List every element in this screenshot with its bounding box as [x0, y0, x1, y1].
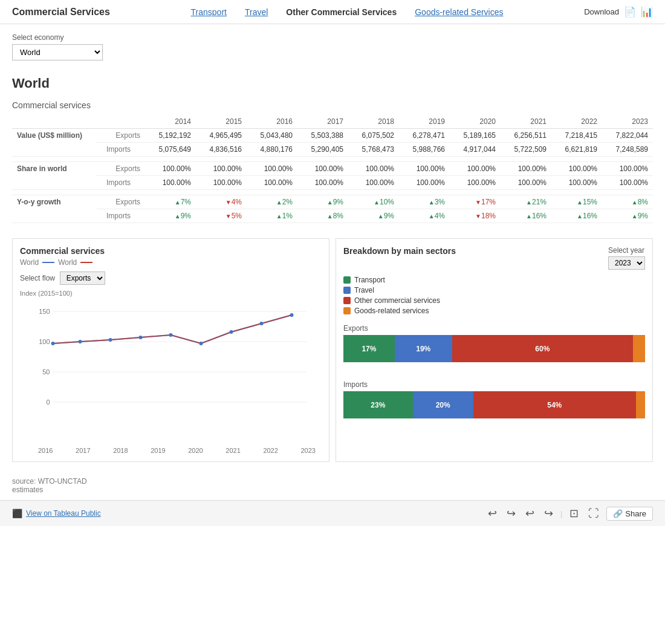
view-mode-button[interactable]: ⊡: [567, 506, 581, 521]
nav-other-commercial[interactable]: Other Commercial Services: [286, 7, 397, 17]
x-label-2021: 2021: [225, 447, 240, 454]
imports-seg-transport: 23%: [343, 391, 413, 418]
redo-button[interactable]: ↪: [504, 506, 518, 521]
col-2014: 2014: [145, 115, 196, 129]
fullscreen-button[interactable]: ⛶: [586, 506, 602, 521]
cell-1-0-8: 100.00%: [551, 162, 602, 176]
cell-2-0-3: 9%: [297, 195, 348, 209]
col-2020: 2020: [450, 115, 501, 129]
growth-indicator-2-0-5: 3%: [429, 198, 445, 206]
col-2019: 2019: [399, 115, 450, 129]
economy-select[interactable]: World: [12, 44, 103, 60]
share-label: Share: [625, 509, 646, 518]
line-chart-title: Commercial services: [20, 246, 322, 256]
growth-indicator-2-0-4: 10%: [374, 198, 394, 206]
growth-indicator-2-1-8: 16%: [577, 212, 597, 220]
cell-0-0-2: 5,043,480: [247, 129, 297, 143]
download-xls-icon[interactable]: 📊: [641, 6, 653, 18]
world-heading: World: [0, 63, 665, 94]
growth-indicator-2-1-7: 16%: [526, 212, 547, 220]
forward-button[interactable]: ↪: [542, 506, 556, 521]
cell-1-1-4: 100.00%: [348, 176, 399, 190]
exports-bar-label: Exports: [343, 324, 645, 333]
table-section: Commercial services 2014 2015 2016 2017 …: [0, 94, 665, 229]
tableau-view-label[interactable]: View on Tableau Public: [26, 509, 101, 518]
row-label-1-1: Imports: [97, 176, 145, 190]
cell-1-0-0: 100.00%: [145, 162, 196, 176]
cell-1-0-7: 100.00%: [501, 162, 551, 176]
cell-0-1-2: 4,880,176: [247, 143, 297, 157]
col-2017: 2017: [297, 115, 348, 129]
imports-bar-label: Imports: [343, 380, 645, 389]
x-label-2017: 2017: [76, 447, 90, 454]
cell-2-0-5: 3%: [399, 195, 450, 209]
nav-travel[interactable]: Travel: [245, 7, 268, 17]
x-label-2022: 2022: [263, 447, 277, 454]
svg-point-9: [79, 340, 82, 343]
x-label-2023: 2023: [300, 447, 315, 454]
download-csv-icon[interactable]: 📄: [624, 6, 636, 18]
cell-1-1-1: 100.00%: [196, 176, 247, 190]
legend-goods: Goods-related services: [343, 307, 645, 315]
undo-button[interactable]: ↩: [485, 506, 499, 521]
legend-dot-other: [343, 297, 351, 304]
cell-1-1-3: 100.00%: [297, 176, 348, 190]
commercial-services-table: 2014 2015 2016 2017 2018 2019 2020 2021 …: [12, 115, 653, 223]
share-button[interactable]: 🔗 Share: [606, 507, 653, 521]
cell-1-0-5: 100.00%: [399, 162, 450, 176]
cell-2-0-0: 7%: [145, 195, 196, 209]
growth-indicator-2-1-3: 8%: [327, 212, 343, 220]
cell-2-0-2: 2%: [247, 195, 297, 209]
cell-2-1-5: 4%: [399, 209, 450, 223]
svg-text:150: 150: [39, 308, 50, 315]
legend-dot-transport: [343, 276, 351, 284]
legend-label-other: Other commercial services: [354, 296, 440, 305]
col-2022: 2022: [551, 115, 602, 129]
x-axis-labels: 2016 2017 2018 2019 2020 2021 2022 2023: [20, 444, 316, 454]
cell-0-0-5: 6,278,471: [399, 129, 450, 143]
exports-seg-goods: [633, 335, 645, 362]
row-label-2-0: Exports: [97, 195, 145, 209]
imports-stacked-bar: 23% 20% 54%: [343, 391, 645, 418]
cell-1-0-2: 100.00%: [247, 162, 297, 176]
cell-1-0-6: 100.00%: [450, 162, 501, 176]
exports-stacked-bar: 17% 19% 60%: [343, 335, 645, 362]
breakdown-title: Breakdown by main sectors: [343, 246, 456, 256]
svg-text:50: 50: [42, 368, 50, 376]
cell-0-1-6: 4,917,044: [450, 143, 501, 157]
cell-2-1-9: 9%: [602, 209, 653, 223]
nav-goods[interactable]: Goods-related Services: [415, 7, 503, 17]
tableau-left: ⬛ View on Tableau Public: [12, 509, 101, 518]
exports-seg-other: 60%: [452, 335, 633, 362]
col-2021: 2021: [501, 115, 551, 129]
cell-0-1-5: 5,988,766: [399, 143, 450, 157]
back-button[interactable]: ↩: [523, 506, 537, 521]
cell-0-0-6: 5,189,165: [450, 129, 501, 143]
row-label-0-1: Imports: [97, 143, 145, 157]
year-select[interactable]: 2023 2022 2021: [608, 256, 645, 270]
source-footer: source: WTO-UNCTAD estimates: [0, 471, 665, 500]
x-label-2016: 2016: [38, 447, 53, 454]
economy-label: Select economy: [12, 33, 653, 42]
growth-indicator-2-0-0: 7%: [175, 198, 191, 206]
share-icon: 🔗: [613, 509, 623, 518]
header-right: Download 📄 📊: [584, 6, 653, 18]
flow-select[interactable]: Exports Imports: [60, 272, 105, 285]
header: Commercial Services Transport Travel Oth…: [0, 0, 665, 24]
cell-2-0-7: 21%: [501, 195, 551, 209]
cell-0-0-3: 5,503,388: [297, 129, 348, 143]
table-title: Commercial services: [12, 100, 653, 110]
imports-bar-group: Imports 23% 20% 54%: [343, 380, 645, 418]
cell-2-0-1: 4%: [196, 195, 247, 209]
x-label-2018: 2018: [113, 447, 128, 454]
cell-1-0-3: 100.00%: [297, 162, 348, 176]
cell-1-1-7: 100.00%: [501, 176, 551, 190]
imports-seg-travel: 20%: [413, 391, 473, 418]
svg-point-14: [230, 330, 233, 334]
section-label-1: Share in world: [12, 162, 97, 190]
svg-point-10: [109, 338, 112, 342]
line-chart-panel: Commercial services World World Select f…: [12, 238, 329, 462]
download-label: Download: [584, 7, 619, 16]
growth-indicator-2-1-9: 9%: [632, 212, 648, 220]
nav-transport[interactable]: Transport: [191, 7, 227, 17]
